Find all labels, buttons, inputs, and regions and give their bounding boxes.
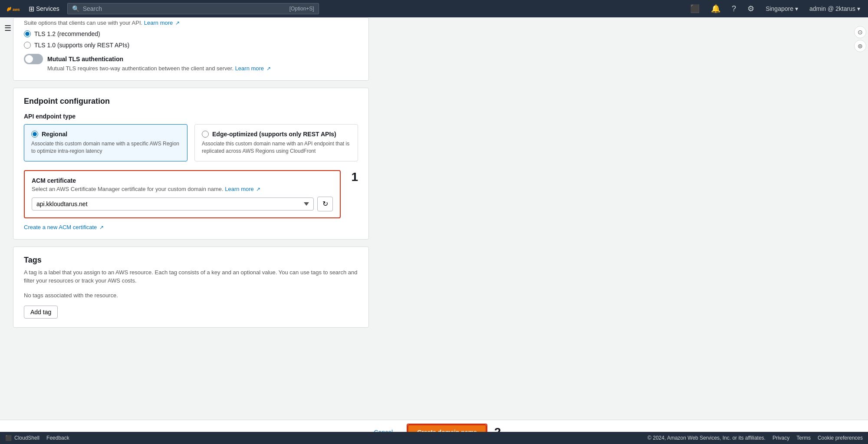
endpoint-type-options: Regional Associate this custom domain na… [24,124,358,161]
regional-option-desc: Associate this custom domain name with a… [31,140,180,155]
tls-section-card: Suite options that clients can use with … [13,17,369,81]
edge-optimized-option-title: Edge-optimized (supports only REST APIs) [202,131,351,138]
gear-icon: ⚙ [747,4,754,13]
search-input[interactable] [83,5,286,12]
external-link-icon-2: ↗ [266,66,271,72]
side-icon-1[interactable]: ⊙ [854,26,866,38]
external-link-icon: ↗ [175,20,180,26]
help-button[interactable]: ? [728,3,740,15]
svg-text:aws: aws [13,7,20,12]
mutual-tls-label: Mutual TLS authentication [47,56,123,62]
acm-row-outer: ACM certificate Select an AWS Certificat… [24,170,358,230]
endpoint-configuration-card: Endpoint configuration API endpoint type… [13,88,369,240]
mutual-tls-toggle-row: Mutual TLS authentication [24,54,358,64]
services-menu-button[interactable]: ⊞ Services [25,3,63,15]
content-wrapper: Suite options that clients can use with … [13,17,369,328]
user-menu[interactable]: admin @ 2ktarus ▾ [806,3,864,14]
api-endpoint-type-label: API endpoint type [24,113,358,120]
acm-learn-more-link[interactable]: Learn more ↗ [225,186,260,192]
search-bar: 🔍 [Option+S] [67,3,319,14]
tls10-radio[interactable] [24,42,31,49]
chevron-down-icon: ▾ [795,5,798,12]
acm-inner: ACM certificate Select an AWS Certificat… [24,170,341,230]
tags-card: Tags A tag is a label that you assign to… [13,247,369,328]
question-icon: ? [732,4,736,13]
create-acm-cert-link[interactable]: Create a new ACM certificate ↗ [24,224,104,230]
side-mini-panel: ⊙ ⊚ [854,26,866,52]
tls-learn-more-link[interactable]: Learn more ↗ [144,20,180,26]
search-icon: 🔍 [72,5,79,12]
region-selector[interactable]: Singapore ▾ [762,3,802,14]
mutual-tls-toggle[interactable] [24,54,43,64]
chevron-down-icon: ▾ [857,5,860,12]
bell-icon: 🔔 [711,4,720,13]
settings-button[interactable]: ⚙ [744,2,758,15]
refresh-icon: ↻ [322,200,328,208]
cloudshell-icon-button[interactable]: ⬛ [687,2,703,15]
acm-select-row: api.kkloudtarus.net ↻ [32,197,333,211]
acm-certificate-select[interactable]: api.kkloudtarus.net [32,197,314,210]
tls-suite-options-text: Suite options that clients can use with … [24,20,358,26]
tls10-option[interactable]: TLS 1.0 (supports only REST APIs) [24,42,358,49]
acm-title: ACM certificate [32,177,333,184]
acm-desc: Select an AWS Certificate Manager certif… [32,186,333,192]
edge-optimized-radio[interactable] [202,131,209,138]
region-label: Singapore [766,5,793,12]
edge-optimized-option-desc: Associate this custom domain name with a… [202,140,351,155]
regional-radio[interactable] [31,131,38,138]
grid-icon: ⊞ [29,5,34,13]
tls12-radio[interactable] [24,30,31,37]
edge-optimized-option[interactable]: Edge-optimized (supports only REST APIs)… [194,124,358,161]
tls12-option[interactable]: TLS 1.2 (recommended) [24,30,358,37]
services-label: Services [36,5,59,12]
aws-logo[interactable]: aws [4,3,21,14]
annotation-1: 1 [351,170,358,184]
acm-refresh-button[interactable]: ↻ [317,197,333,211]
main-scroll-area: Suite options that clients can use with … [0,17,868,374]
tags-desc: A tag is a label that you assign to an A… [24,268,358,285]
mutual-tls-desc: Mutual TLS requires two-way authenticati… [47,65,358,72]
search-shortcut: [Option+S] [289,6,314,12]
mutual-tls-learn-more-link[interactable]: Learn more ↗ [235,65,271,72]
no-tags-text: No tags associated with the resource. [24,292,358,299]
endpoint-config-title: Endpoint configuration [24,97,358,106]
regional-option[interactable]: Regional Associate this custom domain na… [24,124,187,161]
create-cert-external-icon: ↗ [99,224,104,230]
tls-radio-group: TLS 1.2 (recommended) TLS 1.0 (supports … [24,30,358,49]
tags-title: Tags [24,256,358,265]
sidebar-toggle-button[interactable]: ☰ [3,22,13,35]
acm-external-link-icon: ↗ [256,186,260,192]
notifications-button[interactable]: 🔔 [707,2,724,15]
acm-certificate-section: ACM certificate Select an AWS Certificat… [24,170,341,218]
terminal-icon: ⬛ [690,4,700,13]
add-tag-button[interactable]: Add tag [24,306,58,319]
top-navigation: aws ⊞ Services 🔍 [Option+S] ⬛ 🔔 ? ⚙ Sing… [0,0,868,17]
user-label: admin @ 2ktarus [809,5,855,12]
regional-option-title: Regional [31,131,180,138]
side-icon-2[interactable]: ⊚ [854,40,866,52]
